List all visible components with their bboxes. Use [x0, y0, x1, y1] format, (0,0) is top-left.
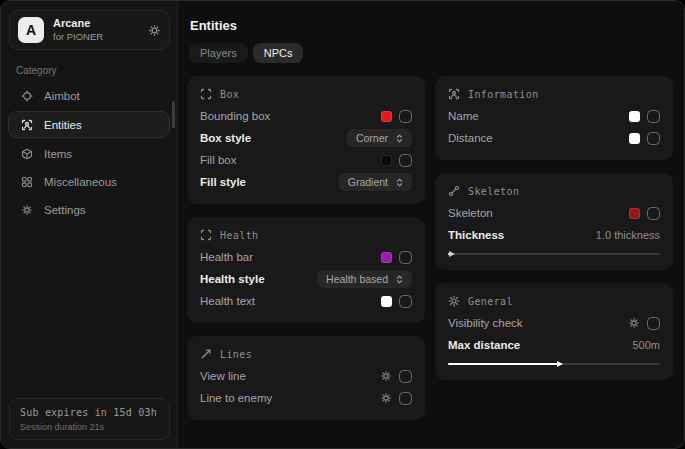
account-settings-icon[interactable] — [148, 24, 161, 37]
row-label: Distance — [448, 132, 493, 144]
fill-style-dropdown[interactable]: Gradient — [339, 173, 412, 191]
dropdown-value: Health based — [326, 273, 388, 285]
unfold-icon — [394, 177, 405, 188]
name-color-swatch[interactable] — [629, 111, 640, 122]
max-distance-value: 500m — [632, 339, 660, 351]
app-name: Arcane — [53, 17, 139, 30]
visibility-check-settings-icon[interactable] — [628, 317, 640, 329]
health-corners-icon — [200, 229, 212, 241]
app-subtitle: for PIONER — [53, 32, 139, 43]
health-text-row: Health text — [200, 290, 412, 312]
line-to-enemy-checkbox[interactable] — [399, 392, 412, 405]
sidebar-scrollbar-thumb[interactable] — [172, 101, 175, 128]
fill-box-row: Fill box — [200, 149, 412, 171]
tab-players[interactable]: Players — [189, 43, 248, 63]
health-style-dropdown[interactable]: Health based — [317, 270, 412, 288]
sidebar-item-items[interactable]: Items — [1, 140, 177, 167]
skeleton-checkbox[interactable] — [647, 207, 660, 220]
name-checkbox[interactable] — [647, 110, 660, 123]
sidebar-item-settings[interactable]: Settings — [1, 196, 177, 223]
sidebar-item-label: Items — [44, 148, 72, 160]
fill-style-row: Fill style Gradient — [200, 171, 412, 193]
card-title: Lines — [220, 349, 252, 360]
page-title: Entities — [190, 18, 675, 33]
main-panel: Entities Players NPCs Box Bounding box — [178, 1, 684, 448]
card-title: Box — [220, 89, 239, 100]
sidebar-item-label: Aimbot — [44, 90, 80, 102]
dropdown-value: Corner — [356, 132, 388, 144]
gear-icon — [21, 204, 33, 216]
card-title: Health — [220, 230, 259, 241]
skeleton-card-header: Skeleton — [448, 185, 660, 197]
distance-color-swatch[interactable] — [629, 133, 640, 144]
row-label: Health bar — [200, 251, 253, 263]
visibility-check-checkbox[interactable] — [647, 317, 660, 330]
unfold-icon — [394, 133, 405, 144]
category-label: Category — [16, 65, 177, 76]
distance-checkbox[interactable] — [647, 132, 660, 145]
sidebar-item-label: Settings — [44, 204, 86, 216]
information-card: Information Name Distance — [435, 76, 673, 160]
bounding-box-checkbox[interactable] — [399, 110, 412, 123]
sidebar-item-label: Entities — [44, 119, 82, 131]
card-title: General — [468, 296, 513, 307]
info-scan-icon — [448, 88, 460, 100]
sidebar-item-aimbot[interactable]: Aimbot — [1, 82, 177, 109]
card-title: Information — [468, 89, 539, 100]
box-corners-icon — [200, 88, 212, 100]
health-card-header: Health — [200, 229, 412, 241]
thickness-slider[interactable] — [448, 249, 660, 259]
health-bar-row: Health bar — [200, 246, 412, 268]
thickness-row: Thickness 1.0 thickness — [448, 224, 660, 246]
general-card: General Visibility check Max distance 50… — [435, 283, 673, 380]
slider-handle[interactable] — [557, 361, 563, 367]
row-label: Bounding box — [200, 110, 270, 122]
health-bar-checkbox[interactable] — [399, 251, 412, 264]
fill-box-checkbox[interactable] — [399, 154, 412, 167]
row-label: Health style — [200, 273, 265, 285]
sidebar: A Arcane for PIONER Category Aimbot Enti… — [1, 1, 178, 448]
subscription-expiry: Sub expires in 15d 03h — [20, 407, 159, 418]
skeleton-card: Skeleton Skeleton Thickness 1.0 thicknes… — [435, 173, 673, 270]
app-logo: A — [18, 17, 44, 43]
person-scan-icon — [21, 119, 33, 131]
slider-fill — [448, 363, 558, 365]
bounding-box-color-swatch[interactable] — [381, 111, 392, 122]
tab-npcs[interactable]: NPCs — [253, 43, 304, 63]
brand-text: Arcane for PIONER — [53, 17, 139, 43]
cube-icon — [21, 148, 33, 160]
health-style-row: Health style Health based — [200, 268, 412, 290]
slider-handle[interactable] — [449, 251, 455, 257]
sidebar-item-label: Miscellaneous — [44, 176, 117, 188]
line-to-enemy-settings-icon[interactable] — [380, 392, 392, 404]
visibility-check-row: Visibility check — [448, 312, 660, 334]
health-text-checkbox[interactable] — [399, 295, 412, 308]
right-column: Information Name Distance — [435, 76, 673, 380]
health-bar-color-swatch[interactable] — [381, 252, 392, 263]
box-card: Box Bounding box Box style Corner — [187, 76, 425, 204]
diagonal-line-icon — [200, 348, 212, 360]
left-column: Box Bounding box Box style Corner — [187, 76, 425, 420]
thickness-value: 1.0 thickness — [596, 229, 660, 241]
name-row: Name — [448, 105, 660, 127]
general-card-header: General — [448, 295, 660, 307]
unfold-icon — [394, 274, 405, 285]
max-distance-slider[interactable] — [448, 359, 660, 369]
brand-card: A Arcane for PIONER — [9, 10, 170, 50]
entity-tabs: Players NPCs — [189, 43, 675, 63]
sidebar-item-entities[interactable]: Entities — [8, 111, 170, 138]
fill-box-color-swatch[interactable] — [381, 155, 392, 166]
skeleton-color-swatch[interactable] — [629, 208, 640, 219]
row-label: Fill box — [200, 154, 236, 166]
health-text-color-swatch[interactable] — [381, 296, 392, 307]
line-to-enemy-row: Line to enemy — [200, 387, 412, 409]
dropdown-value: Gradient — [348, 176, 388, 188]
row-label: View line — [200, 370, 246, 382]
sidebar-item-miscellaneous[interactable]: Miscellaneous — [1, 168, 177, 195]
lines-card-header: Lines — [200, 348, 412, 360]
row-label: Thickness — [448, 229, 504, 241]
view-line-settings-icon[interactable] — [380, 370, 392, 382]
box-style-dropdown[interactable]: Corner — [347, 129, 412, 147]
crosshair-icon — [21, 90, 33, 102]
view-line-checkbox[interactable] — [399, 370, 412, 383]
